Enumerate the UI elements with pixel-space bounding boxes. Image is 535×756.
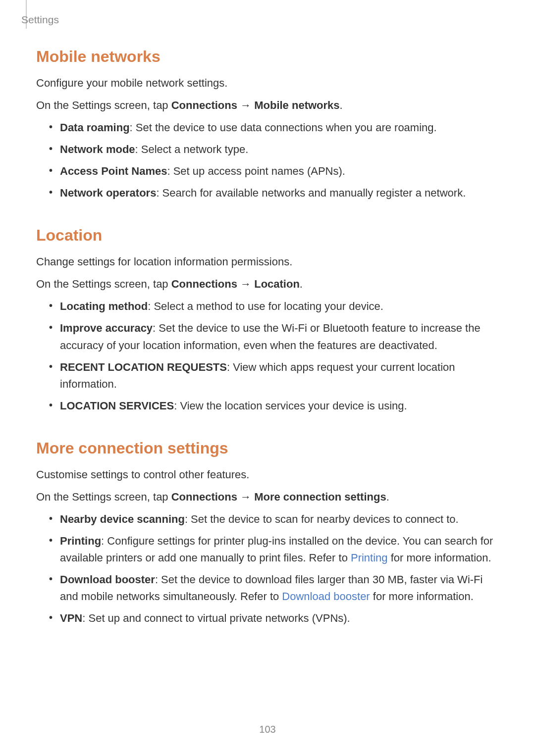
intro-location: Change settings for location information… — [36, 253, 499, 270]
list-more-connection: Nearby device scanning: Set the device t… — [36, 511, 499, 627]
nav-bold: Mobile networks — [254, 99, 339, 111]
list-item: Data roaming: Set the device to use data… — [50, 119, 499, 136]
nav-location: On the Settings screen, tap Connections … — [36, 276, 499, 292]
item-bold: Printing — [60, 535, 101, 547]
section-title-mobile-networks: Mobile networks — [36, 48, 499, 66]
item-bold: Network mode — [60, 143, 135, 155]
list-item: Improve accuracy: Set the device to use … — [50, 320, 499, 353]
nav-arrow: → — [237, 278, 254, 290]
nav-prefix: On the Settings screen, tap — [36, 278, 171, 290]
nav-suffix: . — [300, 278, 303, 290]
nav-bold: Connections — [171, 278, 237, 290]
page-content: Mobile networks Configure your mobile ne… — [36, 48, 499, 632]
item-text: : View the location services your device… — [174, 400, 407, 412]
item-bold: Locating method — [60, 300, 148, 312]
list-mobile-networks: Data roaming: Set the device to use data… — [36, 119, 499, 202]
item-text: : Select a method to use for locating yo… — [148, 300, 383, 312]
nav-arrow: → — [237, 99, 254, 111]
item-text: : Set up access point names (APNs). — [167, 165, 345, 177]
nav-prefix: On the Settings screen, tap — [36, 491, 171, 503]
nav-prefix: On the Settings screen, tap — [36, 99, 171, 111]
item-text: : Set the device to use data connections… — [130, 121, 437, 134]
nav-bold: Location — [254, 278, 300, 290]
list-item: Network mode: Select a network type. — [50, 141, 499, 158]
item-bold: VPN — [60, 612, 82, 624]
list-item: Locating method: Select a method to use … — [50, 298, 499, 315]
list-item: LOCATION SERVICES: View the location ser… — [50, 398, 499, 414]
item-bold: Network operators — [60, 187, 156, 199]
item-bold: Data roaming — [60, 121, 130, 134]
nav-mobile-networks: On the Settings screen, tap Connections … — [36, 97, 499, 113]
section-title-more-connection: More connection settings — [36, 439, 499, 457]
nav-suffix: . — [340, 99, 343, 111]
nav-bold: More connection settings — [254, 491, 386, 503]
item-text: for more information. — [370, 590, 474, 603]
list-item: Access Point Names: Set up access point … — [50, 163, 499, 180]
link-printing[interactable]: Printing — [351, 552, 388, 564]
link-download-booster[interactable]: Download booster — [282, 590, 370, 603]
list-item: RECENT LOCATION REQUESTS: View which app… — [50, 359, 499, 393]
list-item: Printing: Configure settings for printer… — [50, 533, 499, 566]
list-item: Download booster: Set the device to down… — [50, 571, 499, 605]
nav-bold: Connections — [171, 99, 237, 111]
nav-bold: Connections — [171, 491, 237, 503]
item-bold: RECENT LOCATION REQUESTS — [60, 361, 227, 373]
intro-mobile-networks: Configure your mobile network settings. — [36, 75, 499, 91]
item-text: : Set the device to scan for nearby devi… — [185, 513, 459, 525]
breadcrumb: Settings — [21, 14, 59, 26]
section-title-location: Location — [36, 226, 499, 245]
nav-arrow: → — [237, 491, 254, 503]
item-text: : Search for available networks and manu… — [156, 187, 466, 199]
list-item: Network operators: Search for available … — [50, 185, 499, 202]
item-bold: Access Point Names — [60, 165, 167, 177]
page-number: 103 — [0, 724, 535, 735]
item-bold: Download booster — [60, 573, 155, 586]
list-location: Locating method: Select a method to use … — [36, 298, 499, 414]
item-bold: Nearby device scanning — [60, 513, 185, 525]
intro-more-connection: Customise settings to control other feat… — [36, 466, 499, 483]
list-item: Nearby device scanning: Set the device t… — [50, 511, 499, 528]
item-bold: LOCATION SERVICES — [60, 400, 174, 412]
item-bold: Improve accuracy — [60, 322, 153, 334]
nav-more-connection: On the Settings screen, tap Connections … — [36, 489, 499, 505]
item-text: for more information. — [388, 552, 491, 564]
item-text: : Select a network type. — [135, 143, 249, 155]
list-item: VPN: Set up and connect to virtual priva… — [50, 610, 499, 627]
item-text: : Set up and connect to virtual private … — [82, 612, 350, 624]
nav-suffix: . — [386, 491, 389, 503]
